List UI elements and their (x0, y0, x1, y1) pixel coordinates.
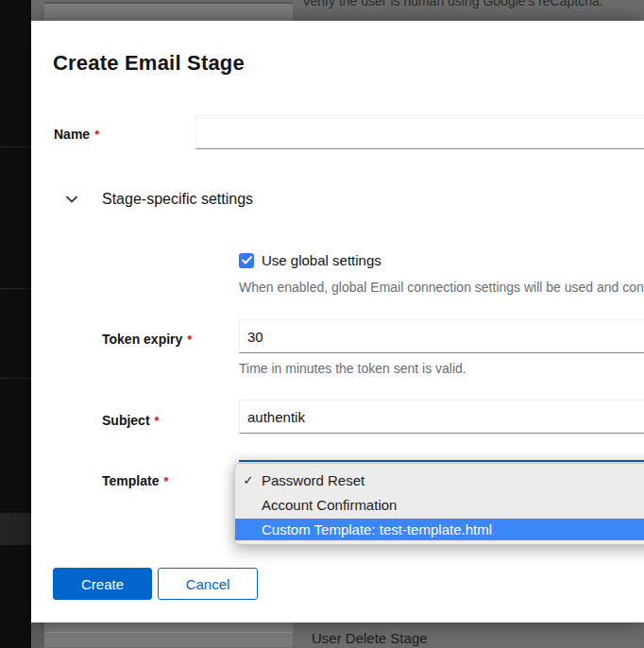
required-asterisk: * (94, 128, 99, 142)
option-account-confirmation[interactable]: Account Confirmation (235, 492, 644, 517)
use-global-settings-row: Use global settings (239, 252, 381, 268)
checkmark-icon (242, 256, 252, 264)
token-expiry-help: Time in minutes the token sent is valid. (239, 361, 466, 376)
template-select-focus-border (239, 460, 644, 462)
backdrop-top-text: Verify the user is human using Google's … (302, 0, 603, 9)
required-asterisk: * (163, 474, 168, 488)
required-asterisk: * (187, 333, 192, 347)
subject-label: Subject* (102, 413, 160, 428)
backdrop-table-cell (44, 2, 293, 21)
backdrop-row-border (44, 632, 293, 633)
token-expiry-input[interactable] (239, 319, 644, 353)
expander-label: Stage-specific settings (102, 191, 253, 208)
stage-settings-expander[interactable]: Stage-specific settings (59, 187, 343, 212)
use-global-settings-help: When enabled, global Email connection se… (239, 280, 644, 295)
name-input[interactable] (195, 115, 644, 149)
option-custom-template[interactable]: Custom Template: test-template.html (235, 519, 644, 540)
subject-input[interactable] (239, 400, 644, 434)
backdrop-table-cell (44, 622, 293, 648)
option-password-reset[interactable]: ✓ Password Reset (235, 468, 644, 492)
backdrop-table-row-bottom: User Delete Stage (31, 622, 644, 648)
create-email-stage-modal: Create Email Stage Name* Stage-specific … (31, 21, 644, 622)
app-sidebar-dimmed (0, 0, 31, 648)
template-label: Template* (102, 473, 169, 488)
token-expiry-label: Token expiry* (102, 332, 192, 347)
create-button[interactable]: Create (53, 568, 152, 600)
screen: Verify the user is human using Google's … (0, 0, 644, 648)
required-asterisk: * (155, 414, 160, 428)
sidebar-active-item-dimmed (0, 513, 31, 545)
template-select-popup: ✓ Password Reset Account Confirmation Cu… (234, 463, 644, 545)
selected-check-icon: ✓ (235, 473, 262, 487)
modal-title: Create Email Stage (53, 51, 245, 76)
use-global-settings-checkbox[interactable] (239, 253, 254, 268)
use-global-settings-label[interactable]: Use global settings (262, 252, 381, 268)
sidebar-divider (0, 378, 31, 379)
name-label: Name* (54, 127, 99, 142)
sidebar-divider (0, 288, 31, 289)
sidebar-divider (0, 146, 31, 147)
backdrop-checkbox-column (31, 622, 44, 648)
backdrop-bottom-text: User Delete Stage (312, 630, 428, 646)
cancel-button[interactable]: Cancel (158, 568, 258, 600)
chevron-down-icon (59, 196, 84, 203)
backdrop-table-row-top: Verify the user is human using Google's … (31, 0, 644, 21)
